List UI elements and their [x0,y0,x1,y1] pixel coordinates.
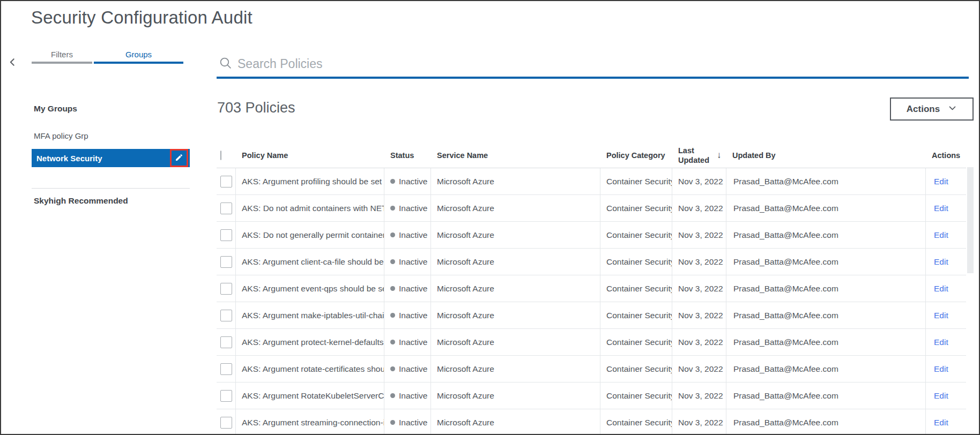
table-row: AKS: Argument RotateKubeletServerCertifi… [217,382,966,409]
last-updated-cell: Nov 3, 2022 [672,275,726,302]
row-checkbox[interactable] [220,390,232,402]
policy-name-cell: AKS: Argument streaming-connection-idle-… [236,409,384,435]
policy-category-cell: Container Security [600,249,672,275]
collapse-panel-button[interactable] [6,56,19,69]
updated-by-cell: Prasad_Batta@McAfee.com [726,168,926,194]
service-name-cell: Microsoft Azure [431,382,600,409]
status-inactive-dot-icon [390,206,395,211]
tab-filters[interactable]: Filters [32,49,92,64]
tab-groups[interactable]: Groups [94,49,183,64]
policy-category-cell: Container Security [600,329,672,355]
edit-policy-link[interactable]: Edit [934,418,948,428]
table-row: AKS: Argument client-ca-file should be s… [217,249,966,275]
column-header-last-updated[interactable]: Last Updated ↓ [672,146,726,165]
last-updated-cell: Nov 3, 2022 [672,302,726,328]
column-header-updated-by[interactable]: Updated By [726,151,926,160]
column-header-status[interactable]: Status [384,151,431,160]
table-row: AKS: Argument rotate-certificates should… [217,356,966,382]
row-checkbox[interactable] [220,417,232,429]
row-checkbox[interactable] [220,229,232,241]
updated-by-cell: Prasad_Batta@McAfee.com [726,249,926,275]
updated-by-cell: Prasad_Batta@McAfee.com [726,195,926,221]
table-row: AKS: Do not generally permit containers … [217,222,966,249]
row-checkbox[interactable] [220,363,232,375]
status-text: Inactive [399,230,427,240]
status-inactive-dot-icon [390,259,395,264]
table-body: AKS: Argument profiling should be set to… [217,168,966,435]
updated-by-cell: Prasad_Batta@McAfee.com [726,302,926,328]
table-row: AKS: Argument make-iptables-util-chains … [217,302,966,329]
row-checkbox[interactable] [220,310,232,321]
policy-name-cell: AKS: Argument make-iptables-util-chains … [236,302,384,328]
last-updated-cell: Nov 3, 2022 [672,329,726,355]
status-text: Inactive [399,418,427,428]
policy-name-cell: AKS: Argument RotateKubeletServerCertifi… [236,382,384,409]
edit-policy-link[interactable]: Edit [934,177,948,186]
edit-policy-link[interactable]: Edit [934,391,948,401]
edit-policy-link[interactable]: Edit [934,257,948,267]
vertical-scrollbar-thumb[interactable] [967,167,974,273]
sidebar-item-network-security[interactable]: Network Security [32,149,190,167]
updated-by-cell: Prasad_Batta@McAfee.com [726,356,926,382]
status-text: Inactive [399,284,427,294]
edit-group-button[interactable] [170,149,188,167]
service-name-cell: Microsoft Azure [431,356,600,382]
status-inactive-dot-icon [390,420,395,425]
last-updated-cell: Nov 3, 2022 [672,356,726,382]
chevron-left-icon [8,61,18,69]
status-inactive-dot-icon [390,286,395,291]
status-text: Inactive [399,257,427,267]
policy-category-cell: Container Security [600,195,672,221]
column-header-policy-name[interactable]: Policy Name [236,151,384,160]
edit-policy-link[interactable]: Edit [934,284,948,294]
row-checkbox[interactable] [220,283,232,295]
edit-policy-link[interactable]: Edit [934,338,948,347]
sort-descending-icon[interactable]: ↓ [717,149,722,161]
column-header-policy-category[interactable]: Policy Category [600,151,672,160]
policy-name-cell: AKS: Do not admit containers with NET_RA… [236,195,384,221]
policy-category-cell: Container Security [600,409,672,435]
service-name-cell: Microsoft Azure [431,168,600,194]
sidebar-item-mfa-policy-grp[interactable]: MFA policy Grp [34,131,88,140]
row-checkbox[interactable] [220,176,232,188]
column-header-actions: Actions [926,151,966,160]
status-cell: Inactive [384,275,431,302]
last-updated-cell: Nov 3, 2022 [672,195,726,221]
search-input[interactable] [237,57,969,73]
column-header-service-name[interactable]: Service Name [431,151,600,160]
table-row: AKS: Argument profiling should be set to… [217,168,966,195]
search-icon [217,56,237,74]
chevron-down-icon [948,103,957,115]
edit-policy-link[interactable]: Edit [934,204,948,213]
policy-category-cell: Container Security [600,168,672,194]
edit-policy-link[interactable]: Edit [934,311,948,320]
edit-policy-link[interactable]: Edit [934,364,948,374]
table-row: AKS: Argument streaming-connection-idle-… [217,409,966,435]
status-inactive-dot-icon [390,232,395,237]
row-checkbox[interactable] [220,202,232,214]
pencil-icon [175,153,183,163]
policies-table: Policy Name Status Service Name Policy C… [217,143,966,435]
updated-by-cell: Prasad_Batta@McAfee.com [726,329,926,355]
status-cell: Inactive [384,302,431,328]
table-header-row: Policy Name Status Service Name Policy C… [217,143,966,168]
status-text: Inactive [399,338,427,347]
service-name-cell: Microsoft Azure [431,275,600,302]
edit-policy-link[interactable]: Edit [934,230,948,240]
policy-category-cell: Container Security [600,382,672,409]
page-title: Security Configuration Audit [31,8,253,28]
last-updated-cell: Nov 3, 2022 [672,382,726,409]
status-inactive-dot-icon [390,393,395,398]
status-text: Inactive [399,364,427,374]
row-checkbox[interactable] [220,256,232,268]
status-text: Inactive [399,311,427,320]
select-all-checkbox[interactable] [220,151,221,160]
status-inactive-dot-icon [390,313,395,318]
actions-dropdown-button[interactable]: Actions [890,98,974,121]
status-cell: Inactive [384,195,431,221]
updated-by-cell: Prasad_Batta@McAfee.com [726,382,926,409]
actions-button-label: Actions [907,104,940,115]
status-text: Inactive [399,177,427,186]
row-checkbox[interactable] [220,336,232,348]
service-name-cell: Microsoft Azure [431,329,600,355]
